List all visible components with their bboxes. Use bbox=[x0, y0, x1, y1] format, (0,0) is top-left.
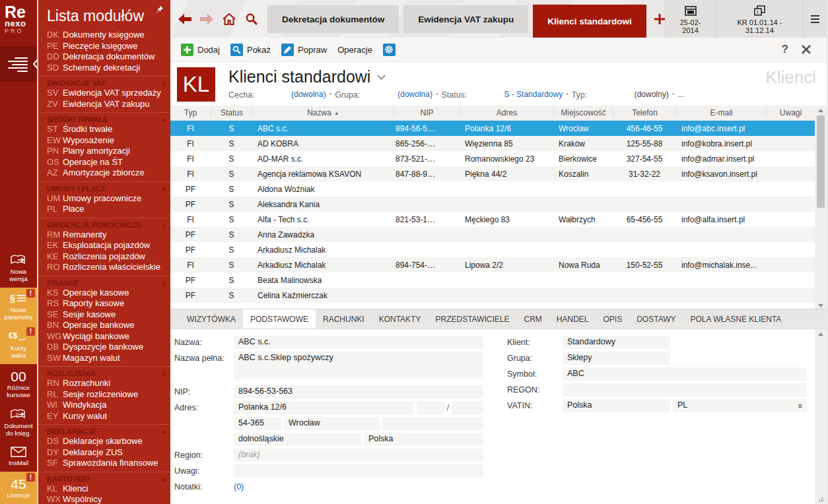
detail-tab-kontakty[interactable]: KONTAKTY bbox=[372, 309, 429, 329]
nazwa-field[interactable]: ABC s.c. bbox=[234, 336, 483, 349]
table-row[interactable]: PFSAldona Woźniak bbox=[170, 181, 815, 197]
module-group-header[interactable]: DEKLARACJE◢ bbox=[38, 424, 170, 436]
table-row[interactable]: FISAD KOBRA865-256-66-42Więzienna 85Krak… bbox=[170, 136, 815, 151]
vatin-grip-icon[interactable]: ≡ bbox=[798, 400, 802, 411]
rail-item-kursy-walut[interactable]: !€$Kursy walut bbox=[0, 326, 37, 364]
klient-field[interactable]: Standardowy bbox=[563, 336, 670, 349]
filter-more[interactable]: ... bbox=[677, 90, 684, 99]
nip-field[interactable]: 894-56-53-563 bbox=[234, 385, 483, 398]
module-item-wx[interactable]: WXWspólnicy bbox=[38, 494, 170, 504]
detail-tab-handel[interactable]: HANDEL bbox=[549, 309, 596, 329]
module-item-dd[interactable]: DDDekretacja dokumentów bbox=[38, 51, 170, 63]
edit-button[interactable]: Popraw bbox=[279, 44, 329, 56]
module-item-rm[interactable]: RMRemanenty bbox=[38, 230, 170, 241]
kraj-field[interactable]: Polska bbox=[364, 433, 483, 446]
module-item-ew[interactable]: EWWyposażenie bbox=[38, 135, 170, 146]
column-header-adres[interactable]: Adres bbox=[460, 108, 553, 118]
table-row[interactable]: FISAlfa - Tech s.c.821-53-15-245Męckiego… bbox=[170, 212, 815, 227]
rail-item-nowa-wersja[interactable]: Nowa wersja bbox=[0, 249, 37, 288]
module-item-sv[interactable]: SVEwidencja VAT sprzedaży bbox=[38, 88, 170, 99]
home-icon[interactable] bbox=[222, 13, 236, 26]
notatki-link[interactable]: (0) bbox=[234, 480, 244, 491]
module-group-header[interactable]: ROZLICZENIA◢ bbox=[38, 366, 170, 378]
module-group-header[interactable]: ŚRODKI TRWAŁE◢ bbox=[38, 112, 170, 124]
forward-icon[interactable] bbox=[200, 14, 213, 24]
detail-tab-pola-własne-klienta[interactable]: POLA WŁASNE KLIENTA bbox=[683, 309, 789, 329]
tab-dekretacja-dokumentów[interactable]: Dekretacja dokumentów bbox=[267, 5, 399, 33]
column-header-uwagi[interactable]: Uwagi bbox=[766, 108, 815, 118]
module-item-dk[interactable]: DKDokumenty księgowe bbox=[38, 30, 170, 41]
table-row[interactable]: FISAD-MAR s.c.873-521-22-43Romanowskiego… bbox=[170, 151, 815, 166]
plus-tab-icon[interactable] bbox=[654, 14, 665, 24]
module-item-dy[interactable]: DYDeklaracje ZUS bbox=[38, 447, 170, 458]
module-item-sf[interactable]: SFSprawozdania finansowe bbox=[38, 458, 170, 469]
tab-ewidencja-vat-zakupu[interactable]: Ewidencja VAT zakupu bbox=[403, 5, 528, 33]
settings-button[interactable] bbox=[380, 44, 398, 56]
table-row[interactable]: PFSArkadiusz Michalak bbox=[170, 242, 815, 257]
scroll-up-icon[interactable] bbox=[818, 109, 823, 112]
detail-tab-opis[interactable]: OPIS bbox=[596, 309, 630, 329]
page-title[interactable]: Klienci standardowi bbox=[228, 67, 370, 86]
period-button[interactable]: 1 KR 01.01.14 - 31.12.14 bbox=[715, 0, 803, 38]
nazwa-pelna-field[interactable]: ABC s.c.Sklep spożywczy bbox=[234, 352, 483, 379]
module-item-db[interactable]: DBDyspozycje bankowe bbox=[38, 342, 170, 353]
module-item-ey[interactable]: EYKursy walut bbox=[38, 411, 170, 422]
scroll-down-icon[interactable] bbox=[818, 304, 823, 307]
module-item-wi[interactable]: WIWindykacja bbox=[38, 400, 170, 411]
grupa-field[interactable]: Sklepy bbox=[563, 352, 670, 365]
module-item-st[interactable]: STŚrodki trwałe bbox=[38, 124, 170, 135]
module-item-rn[interactable]: RNRozrachunki bbox=[38, 378, 170, 389]
filter-value[interactable]: S - Standardowy bbox=[504, 90, 563, 99]
detail-tab-przedstawiciele[interactable]: PRZEDSTAWICIELE bbox=[428, 309, 516, 329]
module-item-se[interactable]: SESesje kasowe bbox=[38, 309, 170, 321]
rail-item-insmail[interactable]: InsMail bbox=[0, 442, 37, 472]
table-row[interactable]: FISArkadiusz Michalak894-754-45-55Lipowa… bbox=[170, 257, 815, 272]
table-row[interactable]: PFSCelina Kaźmierczak bbox=[170, 288, 815, 303]
ulica-field[interactable]: Polanka 12/6 bbox=[234, 401, 414, 414]
column-header-email[interactable]: E-mail bbox=[676, 108, 766, 118]
back-icon[interactable] bbox=[178, 14, 191, 24]
module-item-pl[interactable]: PLPłace bbox=[38, 204, 170, 215]
column-header-typ[interactable]: Typ bbox=[170, 108, 211, 118]
module-item-pn[interactable]: PNPlany amortyzacji bbox=[38, 146, 170, 157]
poczta-field[interactable] bbox=[382, 417, 483, 430]
table-row[interactable]: PFSAleksandra Kania bbox=[170, 197, 815, 212]
vatin-field[interactable]: ≡PL bbox=[673, 399, 807, 412]
column-header-telefon[interactable]: Telefon bbox=[613, 108, 676, 118]
app-menu-icon[interactable] bbox=[803, 0, 827, 38]
module-item-ek[interactable]: EKEksploatacja pojazdów bbox=[38, 240, 170, 251]
module-item-ro[interactable]: RORozliczenia właścicielskie bbox=[38, 262, 170, 273]
column-header-nazwa[interactable]: Nazwa▲ bbox=[252, 108, 394, 118]
nr-lokalu-field[interactable] bbox=[452, 401, 483, 414]
vatin-kraj-field[interactable]: Polska bbox=[563, 399, 670, 412]
module-item-zv[interactable]: ZVEwidencja VAT zakupu bbox=[38, 99, 170, 110]
column-header-status[interactable]: Status bbox=[211, 108, 252, 118]
module-group-header[interactable]: EWIDENCJE POMOCNICZE◢ bbox=[38, 218, 170, 230]
close-icon[interactable] bbox=[802, 45, 811, 54]
column-header-nip[interactable]: NIP bbox=[394, 108, 460, 118]
module-item-rl[interactable]: RLSesje rozliczeniowe bbox=[38, 389, 170, 400]
module-menu-button[interactable] bbox=[0, 46, 37, 82]
grid-scrollbar[interactable] bbox=[815, 106, 827, 309]
rail-item-licencje[interactable]: !45Licencje bbox=[0, 472, 37, 504]
rail-item-nowe-parametry[interactable]: !§Nowe parametry bbox=[0, 288, 37, 326]
show-button[interactable]: Pokaż bbox=[228, 44, 273, 56]
module-item-um[interactable]: UMUmowy pracownicze bbox=[38, 193, 170, 205]
module-group-header[interactable]: KARTOTEKI◢ bbox=[38, 472, 170, 484]
nr-domu-field[interactable] bbox=[417, 401, 444, 414]
module-item-ds[interactable]: DSDeklaracje skarbowe bbox=[38, 436, 170, 447]
module-item-pe[interactable]: PEPieczęcie księgowe bbox=[38, 41, 170, 52]
grid-scrollbar-thumb[interactable] bbox=[817, 115, 825, 208]
detail-tab-rachunki[interactable]: RACHUNKI bbox=[316, 309, 372, 329]
uwagi-field[interactable] bbox=[234, 464, 483, 478]
tab-klienci-standardowi[interactable]: Klienci standardowi bbox=[533, 5, 646, 38]
miasto-field[interactable]: Wrocław bbox=[284, 417, 380, 430]
module-item-wg[interactable]: WGWyciągi bankowe bbox=[38, 331, 170, 342]
detail-scrollbar[interactable] bbox=[815, 329, 827, 504]
module-item-sw[interactable]: SWMagazyn walut bbox=[38, 353, 170, 364]
chevron-down-icon[interactable] bbox=[377, 75, 386, 80]
module-group-header[interactable]: FINANSE◢ bbox=[38, 276, 170, 288]
module-item-kl[interactable]: KLKlienci bbox=[38, 484, 170, 495]
scroll-up-icon[interactable] bbox=[818, 332, 823, 336]
module-group-header[interactable]: UMOWY I PŁACE◢ bbox=[38, 181, 170, 193]
